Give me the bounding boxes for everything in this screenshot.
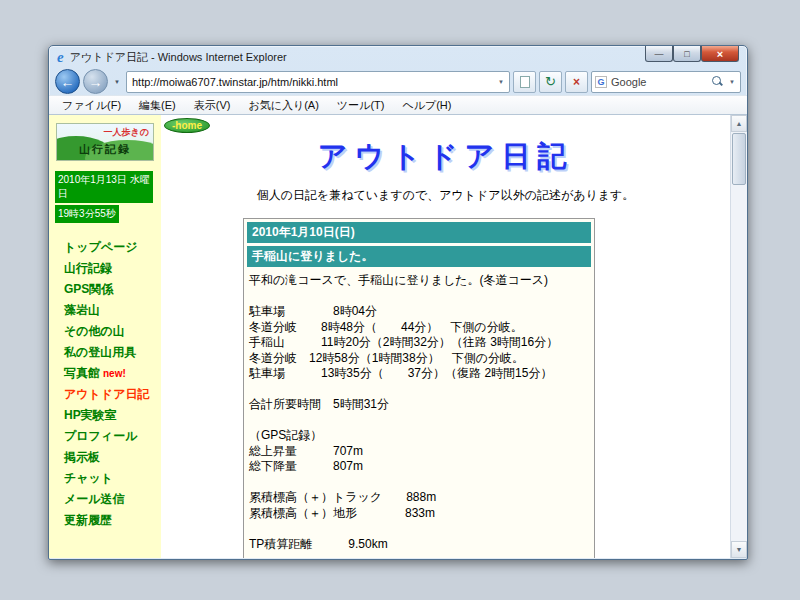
menu-bar: ファイル(F) 編集(E) 表示(V) お気に入り(A) ツール(T) ヘルプ(… (49, 95, 747, 114)
titlebar: e アウトドア日記 - Windows Internet Explorer — … (49, 46, 747, 68)
scrollbar-thumb[interactable] (732, 133, 746, 185)
menu-help[interactable]: ヘルプ(H) (393, 96, 460, 115)
compatibility-view-button[interactable] (513, 71, 536, 93)
window-title: アウトドア日記 - Windows Internet Explorer (70, 50, 287, 65)
window-controls: — □ × (645, 46, 739, 62)
sidebar-item-other-mountains[interactable]: その他の山 (49, 321, 161, 342)
compatibility-view-icon (520, 76, 530, 88)
search-dropdown-icon[interactable]: ▼ (727, 79, 737, 85)
stop-icon: × (573, 75, 580, 89)
entry-title-header: 手稲山に登りました。 (247, 246, 591, 267)
site-logo: 一人歩きの 山行記録 (56, 123, 154, 161)
menu-favorites[interactable]: お気に入り(A) (239, 96, 327, 115)
back-button[interactable]: ← (55, 69, 80, 94)
menu-view[interactable]: 表示(V) (185, 96, 240, 115)
search-icon[interactable] (712, 76, 723, 87)
menu-edit[interactable]: 編集(E) (130, 96, 185, 115)
entry-body: 平和の滝コースで、手稲山に登りました。(冬道コース) 駐車場 8時04分 冬道分… (247, 270, 591, 558)
navigation-bar: ← → ▼ ▼ ↻ × G Google ▼ (49, 68, 747, 95)
refresh-button[interactable]: ↻ (539, 71, 562, 93)
browser-window: e アウトドア日記 - Windows Internet Explorer — … (48, 45, 748, 560)
sidebar-item-gps[interactable]: GPS関係 (49, 279, 161, 300)
sidebar-item-bbs[interactable]: 掲示板 (49, 447, 161, 468)
search-input[interactable]: Google (611, 76, 708, 88)
address-dropdown-icon[interactable]: ▼ (493, 79, 509, 85)
sidebar-item-moiwa[interactable]: 藻岩山 (49, 300, 161, 321)
menu-tools[interactable]: ツール(T) (328, 96, 394, 115)
close-button[interactable]: × (701, 46, 739, 62)
sidebar-item-hp-lab[interactable]: HP実験室 (49, 405, 161, 426)
sidebar: 一人歩きの 山行記録 2010年1月13日 水曜日 19時3分55秒 トップペー… (49, 115, 161, 558)
ie-logo-icon: e (57, 50, 64, 64)
forward-button[interactable]: → (83, 69, 108, 94)
main-content: -home アウトドア日記 個人の日記を兼ねていますので、アウトドア以外の記述が… (161, 115, 730, 558)
maximize-button[interactable]: □ (673, 46, 701, 62)
sidebar-menu: トップページ 山行記録 GPS関係 藻岩山 その他の山 私の登山用具 写真館ne… (49, 237, 161, 531)
browser-viewport: 一人歩きの 山行記録 2010年1月13日 水曜日 19時3分55秒 トップペー… (49, 114, 747, 558)
entry-date-header: 2010年1月10日(日) (247, 222, 591, 243)
sidebar-item-outdoor-diary[interactable]: アウトドア日記 (49, 384, 161, 405)
sidebar-item-chat[interactable]: チャット (49, 468, 161, 489)
address-bar: ▼ (126, 71, 510, 93)
search-provider-icon: G (595, 76, 607, 88)
minimize-button[interactable]: — (645, 46, 673, 62)
vertical-scrollbar[interactable]: ▲ ▼ (730, 115, 747, 558)
scroll-up-icon[interactable]: ▲ (731, 115, 747, 132)
page-title: アウトドア日記 (161, 137, 730, 177)
menu-file[interactable]: ファイル(F) (53, 96, 130, 115)
home-button[interactable]: -home (164, 118, 210, 133)
search-box[interactable]: G Google ▼ (591, 71, 741, 93)
sidebar-item-top[interactable]: トップページ (49, 237, 161, 258)
logo-text-top: 一人歩きの (104, 126, 149, 139)
new-badge: new! (103, 368, 126, 379)
history-dropdown-icon[interactable]: ▼ (111, 71, 123, 93)
sidebar-item-label: 写真館 (64, 366, 100, 380)
address-input[interactable] (132, 76, 493, 88)
sidebar-item-profile[interactable]: プロフィール (49, 426, 161, 447)
current-date: 2010年1月13日 水曜日 (55, 171, 153, 203)
refresh-icon: ↻ (545, 74, 556, 89)
stop-button[interactable]: × (565, 71, 588, 93)
current-time: 19時3分55秒 (55, 205, 119, 223)
sidebar-item-climbing-records[interactable]: 山行記録 (49, 258, 161, 279)
diary-entry: 2010年1月10日(日) 手稲山に登りました。 平和の滝コースで、手稲山に登り… (243, 218, 595, 558)
sidebar-item-photos[interactable]: 写真館new! (49, 363, 161, 384)
sidebar-item-mail[interactable]: メール送信 (49, 489, 161, 510)
scroll-down-icon[interactable]: ▼ (731, 541, 747, 558)
intro-text: 個人の日記を兼ねていますので、アウトドア以外の記述があります。 (161, 187, 730, 204)
sidebar-item-update-history[interactable]: 更新履歴 (49, 510, 161, 531)
logo-text-bottom: 山行記録 (79, 142, 131, 157)
webpage: 一人歩きの 山行記録 2010年1月13日 水曜日 19時3分55秒 トップペー… (49, 115, 730, 558)
sidebar-item-gear[interactable]: 私の登山用具 (49, 342, 161, 363)
